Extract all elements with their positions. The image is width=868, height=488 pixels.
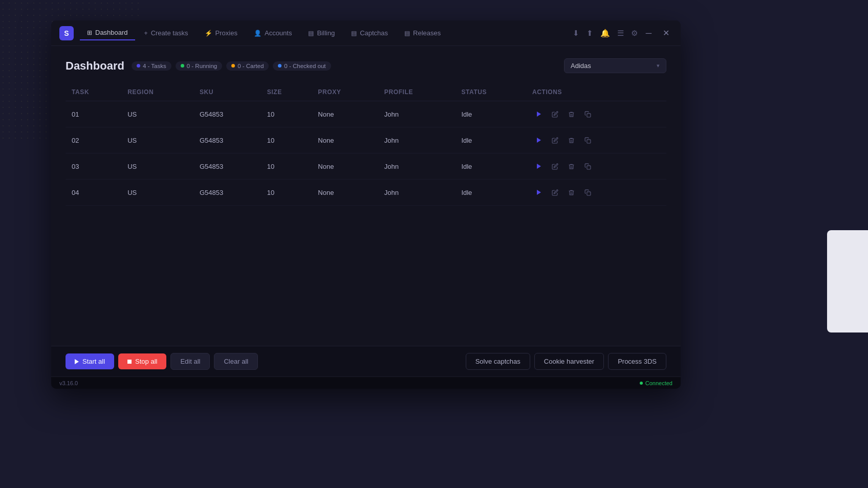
trash-icon [568,163,575,170]
connection-dot [640,382,643,385]
cell-profile: John [378,180,455,206]
app-logo: S [59,26,74,40]
solve-captchas-button[interactable]: Solve captchas [466,353,530,370]
start-all-play-icon [75,359,79,364]
download-icon[interactable]: ⬇ [573,29,579,38]
app-window: S ⊞ Dashboard + Create tasks ⚡ Proxies 👤… [51,20,681,389]
row-edit-button[interactable] [549,186,562,199]
badge-carted: 0 - Carted [226,61,269,71]
table-row: 03 US G54853 10 None John Idle [66,153,666,180]
table-head: Task Region SKU Size Proxy Profile Statu… [66,83,666,101]
releases-icon: ▤ [404,30,410,37]
duplicate-icon [584,189,591,196]
settings-icon[interactable]: ⚙ [631,29,638,38]
nav-tab-billing[interactable]: ▤ Billing [301,26,342,40]
edit-all-button[interactable]: Edit all [170,353,210,370]
cell-actions [526,127,666,153]
nav-tab-proxies[interactable]: ⚡ Proxies [198,26,245,40]
nav-tab-dashboard[interactable]: ⊞ Dashboard [80,26,135,40]
row-delete-button[interactable] [565,107,578,121]
row-play-icon [537,164,541,169]
cell-region: US [121,153,193,180]
nav-tab-captchas[interactable]: ▤ Captchas [344,26,395,40]
row-action-icons [532,107,660,121]
right-panel-glimpse [827,230,868,332]
svg-rect-3 [587,191,591,195]
row-play-button[interactable] [532,186,546,199]
cell-sku: G54853 [193,127,261,153]
clear-all-button[interactable]: Clear all [214,353,258,370]
row-play-icon [537,112,541,117]
row-duplicate-button[interactable] [581,107,595,121]
task-table: Task Region SKU Size Proxy Profile Statu… [66,83,666,206]
svg-rect-0 [587,113,591,117]
row-edit-button[interactable] [549,160,562,173]
cell-profile: John [378,127,455,153]
cell-region: US [121,127,193,153]
cell-proxy: None [312,101,378,127]
duplicate-icon [584,111,591,118]
process-3ds-button[interactable]: Process 3DS [608,353,666,370]
col-profile: Profile [378,83,455,101]
row-edit-button[interactable] [549,107,562,121]
nav-tab-create-tasks[interactable]: + Create tasks [137,26,196,40]
dashboard-icon: ⊞ [87,29,92,36]
table-row: 02 US G54853 10 None John Idle [66,127,666,153]
upload-icon[interactable]: ⬆ [587,29,593,38]
store-selector[interactable]: Adidas ▾ [564,58,666,73]
cell-proxy: None [312,180,378,206]
row-action-icons [532,186,660,199]
row-delete-button[interactable] [565,186,578,199]
row-play-button[interactable] [532,134,546,147]
nav-tab-accounts[interactable]: 👤 Accounts [247,26,299,40]
row-duplicate-button[interactable] [581,134,595,147]
cell-profile: John [378,153,455,180]
cell-proxy: None [312,153,378,180]
list-icon[interactable]: ☰ [617,29,624,38]
table-row: 04 US G54853 10 None John Idle [66,180,666,206]
cell-sku: G54853 [193,101,261,127]
billing-icon: ▤ [308,30,314,37]
cell-size: 10 [261,101,312,127]
cell-region: US [121,180,193,206]
title-bar-actions: ⬇ ⬆ 🔔 ☰ ⚙ [573,29,638,38]
connection-status: Connected [640,380,672,386]
bottom-toolbar: Start all Stop all Edit all Clear all So… [51,346,681,376]
cell-task-id: 02 [66,127,121,153]
row-duplicate-button[interactable] [581,160,595,173]
row-play-button[interactable] [532,107,546,121]
running-dot [181,64,184,68]
col-proxy: Proxy [312,83,378,101]
store-selector-value: Adidas [571,62,591,70]
cell-size: 10 [261,180,312,206]
cell-task-id: 01 [66,101,121,127]
start-all-button[interactable]: Start all [66,353,114,369]
edit-icon [552,189,558,196]
trash-icon [568,137,575,144]
minimize-button[interactable]: ─ [643,27,655,39]
badge-checked-out: 0 - Checked out [273,61,331,71]
cell-status: Idle [455,180,526,206]
cell-status: Idle [455,101,526,127]
accounts-icon: 👤 [254,30,262,37]
cell-task-id: 03 [66,153,121,180]
edit-icon [552,111,558,118]
cookie-harvester-button[interactable]: Cookie harvester [534,353,604,370]
bell-icon[interactable]: 🔔 [600,29,610,38]
cell-region: US [121,101,193,127]
edit-icon [552,137,558,144]
row-delete-button[interactable] [565,134,578,147]
row-edit-button[interactable] [549,134,562,147]
row-delete-button[interactable] [565,160,578,173]
row-play-button[interactable] [532,160,546,173]
cell-size: 10 [261,153,312,180]
table-row: 01 US G54853 10 None John Idle [66,101,666,127]
nav-tab-releases[interactable]: ▤ Releases [397,26,448,40]
cell-profile: John [378,101,455,127]
cell-sku: G54853 [193,153,261,180]
close-button[interactable]: ✕ [660,27,672,39]
dashboard-title-row: Dashboard 4 - Tasks 0 - Running 0 - Cart… [66,59,331,73]
col-task: Task [66,83,121,101]
row-duplicate-button[interactable] [581,186,595,199]
stop-all-button[interactable]: Stop all [118,353,166,369]
